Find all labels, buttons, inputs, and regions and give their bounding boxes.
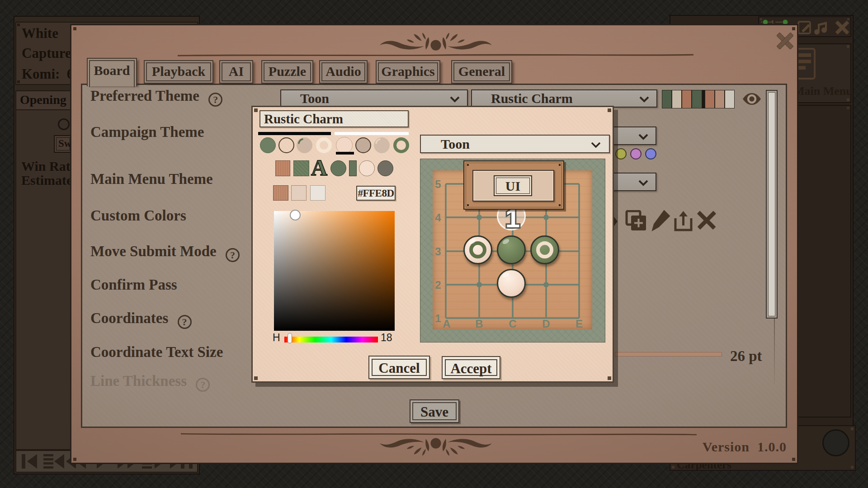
svg-text:D: D bbox=[542, 318, 550, 329]
svg-text:E: E bbox=[576, 318, 583, 329]
svg-text:3: 3 bbox=[435, 245, 441, 258]
svg-text:C: C bbox=[509, 318, 516, 329]
svg-text:B: B bbox=[475, 318, 483, 329]
svg-text:1: 1 bbox=[435, 312, 441, 324]
svg-text:5: 5 bbox=[435, 178, 441, 190]
svg-text:2: 2 bbox=[435, 279, 441, 291]
svg-text:A: A bbox=[443, 318, 450, 329]
svg-text:4: 4 bbox=[435, 211, 441, 224]
